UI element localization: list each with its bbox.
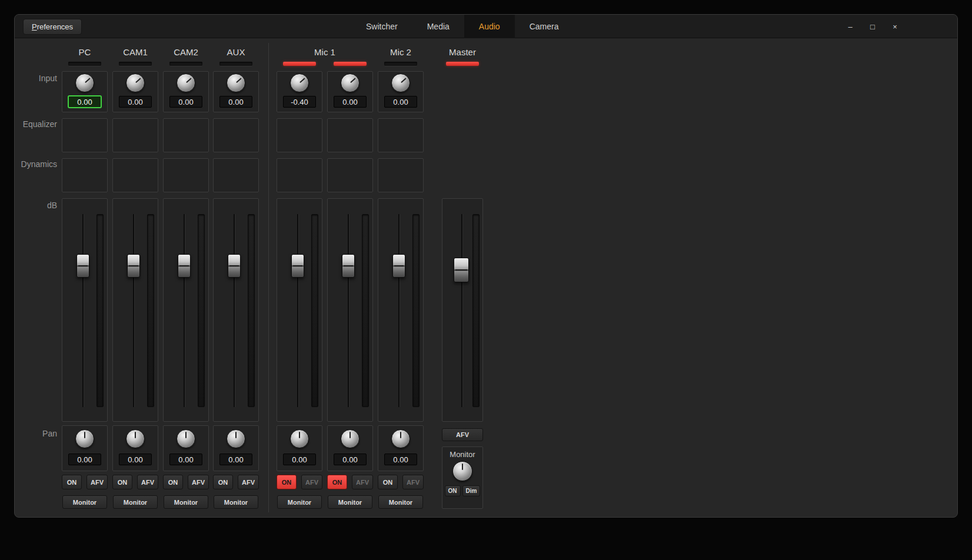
pan-knob[interactable] xyxy=(126,429,145,448)
input-gain-knob[interactable] xyxy=(177,74,195,92)
close-icon[interactable]: × xyxy=(887,15,903,38)
afv-button[interactable]: AFV xyxy=(402,475,424,489)
fader-track[interactable] xyxy=(398,214,400,407)
on-button[interactable]: ON xyxy=(112,475,132,489)
pan-knob[interactable] xyxy=(75,429,94,448)
input-gain-knob[interactable] xyxy=(227,74,245,92)
minimize-icon[interactable]: – xyxy=(842,15,858,38)
tab-switcher[interactable]: Switcher xyxy=(351,15,412,38)
pan-knob[interactable] xyxy=(177,429,195,448)
input-section: 0.00 xyxy=(378,71,424,112)
tab-camera[interactable]: Camera xyxy=(515,15,574,38)
fader-handle[interactable] xyxy=(291,254,304,278)
fader-handle[interactable] xyxy=(178,254,191,278)
input-gain-value[interactable]: -0.40 xyxy=(283,96,316,108)
equalizer-section[interactable] xyxy=(163,118,209,152)
input-gain-value[interactable]: 0.00 xyxy=(219,96,252,108)
equalizer-section[interactable] xyxy=(327,118,373,152)
monitor-button[interactable]: Monitor xyxy=(164,495,208,509)
input-gain-knob[interactable] xyxy=(126,74,145,92)
tab-audio[interactable]: Audio xyxy=(464,15,515,38)
equalizer-section[interactable] xyxy=(213,118,259,152)
monitor-dim-button[interactable]: Dim xyxy=(462,485,481,496)
monitor-volume-knob[interactable] xyxy=(452,461,472,481)
pan-value[interactable]: 0.00 xyxy=(219,454,252,465)
on-button[interactable]: ON xyxy=(277,475,297,489)
pan-knob[interactable] xyxy=(341,429,359,448)
on-button[interactable]: ON xyxy=(62,475,82,489)
fader-handle[interactable] xyxy=(392,254,405,278)
pan-value[interactable]: 0.00 xyxy=(384,454,417,465)
input-gain-knob[interactable] xyxy=(391,74,410,92)
dynamics-section[interactable] xyxy=(213,158,259,192)
on-button[interactable]: ON xyxy=(213,475,233,489)
pan-knob[interactable] xyxy=(227,429,245,448)
fader-track[interactable] xyxy=(82,214,84,407)
on-button[interactable]: ON xyxy=(327,475,347,489)
dynamics-section[interactable] xyxy=(62,158,108,192)
pan-value[interactable]: 0.00 xyxy=(119,454,152,465)
pan-value[interactable]: 0.00 xyxy=(334,454,367,465)
monitor-button[interactable]: Monitor xyxy=(62,495,107,509)
fader-handle[interactable] xyxy=(76,254,89,278)
fader-track[interactable] xyxy=(297,214,298,407)
fader-handle[interactable] xyxy=(342,254,355,278)
master-afv-button[interactable]: AFV xyxy=(442,428,483,441)
monitor-button[interactable]: Monitor xyxy=(277,495,322,509)
dynamics-section[interactable] xyxy=(378,158,424,192)
tab-media[interactable]: Media xyxy=(412,15,464,38)
input-gain-value[interactable]: 0.00 xyxy=(334,96,367,108)
fader-track[interactable] xyxy=(348,214,349,407)
fader-handle[interactable] xyxy=(127,254,140,278)
afv-button[interactable]: AFV xyxy=(352,475,373,489)
fader-handle[interactable] xyxy=(228,254,241,278)
equalizer-section[interactable] xyxy=(277,118,322,152)
fader-handle[interactable] xyxy=(454,258,469,282)
tally-indicator xyxy=(119,62,152,66)
afv-button[interactable]: AFV xyxy=(86,475,108,489)
level-meter xyxy=(147,214,154,407)
monitor-button[interactable]: Monitor xyxy=(378,495,423,509)
input-gain-value[interactable]: 0.00 xyxy=(169,96,202,108)
channel-buttons: ON AFV xyxy=(277,475,322,489)
input-gain-knob[interactable] xyxy=(341,74,359,92)
pan-value[interactable]: 0.00 xyxy=(283,454,316,465)
pan-value[interactable]: 0.00 xyxy=(68,454,101,465)
input-gain-value[interactable]: 0.00 xyxy=(68,95,102,108)
window-controls: – □ × xyxy=(842,15,903,38)
channel-strip-mic1-left: -0.40 0.00 ON AFV Monitor xyxy=(277,48,322,509)
knob-pointer xyxy=(299,78,305,83)
dynamics-section[interactable] xyxy=(277,158,322,192)
afv-button[interactable]: AFV xyxy=(301,475,322,489)
group-separator xyxy=(268,43,269,512)
equalizer-section[interactable] xyxy=(62,118,108,152)
on-button[interactable]: ON xyxy=(163,475,183,489)
input-gain-knob[interactable] xyxy=(290,74,309,92)
afv-button[interactable]: AFV xyxy=(137,475,158,489)
monitor-button[interactable]: Monitor xyxy=(214,495,258,509)
afv-button[interactable]: AFV xyxy=(238,475,259,489)
afv-button[interactable]: AFV xyxy=(188,475,209,489)
fader-track[interactable] xyxy=(234,214,235,407)
input-gain-knob[interactable] xyxy=(75,74,94,92)
pan-knob[interactable] xyxy=(391,429,410,448)
monitor-button[interactable]: Monitor xyxy=(328,495,372,509)
pan-knob[interactable] xyxy=(290,429,309,448)
equalizer-section[interactable] xyxy=(378,118,424,152)
dynamics-section[interactable] xyxy=(163,158,209,192)
dynamics-section[interactable] xyxy=(112,158,158,192)
dynamics-section[interactable] xyxy=(327,158,373,192)
input-gain-value[interactable]: 0.00 xyxy=(119,96,152,108)
fader-track[interactable] xyxy=(184,214,185,407)
monitor-on-button[interactable]: ON xyxy=(445,485,461,496)
tally-indicator xyxy=(334,62,367,66)
preferences-button[interactable]: Preferences xyxy=(23,19,82,35)
fader-track[interactable] xyxy=(133,214,134,407)
equalizer-section[interactable] xyxy=(112,118,158,152)
monitor-button[interactable]: Monitor xyxy=(113,495,158,509)
on-button[interactable]: ON xyxy=(378,475,398,489)
pan-value[interactable]: 0.00 xyxy=(169,454,202,465)
fader-track[interactable] xyxy=(461,214,462,407)
input-gain-value[interactable]: 0.00 xyxy=(384,96,417,108)
maximize-icon[interactable]: □ xyxy=(864,15,881,38)
